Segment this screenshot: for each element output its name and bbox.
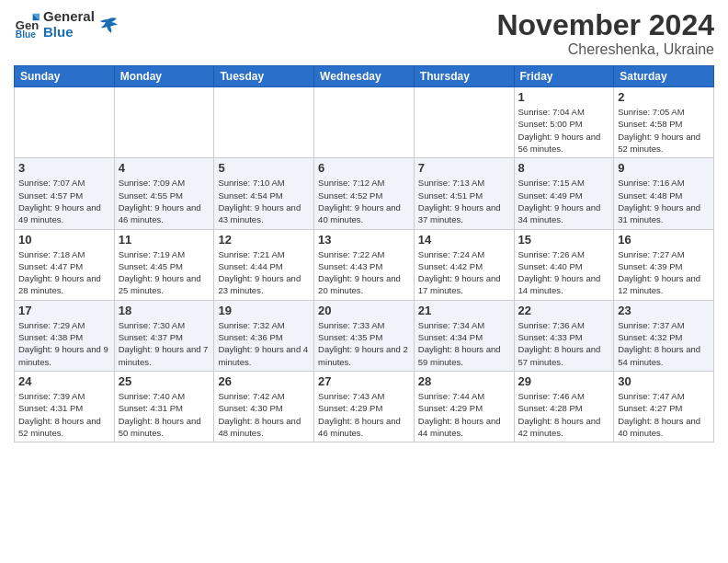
day-info: Sunrise: 7:43 AMSunset: 4:29 PMDaylight:… bbox=[318, 390, 410, 439]
header-thursday: Thursday bbox=[414, 66, 514, 87]
calendar-week-1: 1Sunrise: 7:04 AMSunset: 5:00 PMDaylight… bbox=[15, 87, 714, 158]
day-number: 22 bbox=[518, 304, 610, 317]
calendar-cell: 22Sunrise: 7:36 AMSunset: 4:33 PMDayligh… bbox=[514, 300, 614, 371]
day-number: 28 bbox=[418, 374, 510, 388]
calendar-cell: 15Sunrise: 7:26 AMSunset: 4:40 PMDayligh… bbox=[514, 229, 614, 300]
logo-blue-text: Blue bbox=[43, 25, 95, 40]
day-info: Sunrise: 7:07 AMSunset: 4:57 PMDaylight:… bbox=[18, 177, 110, 225]
day-number: 11 bbox=[119, 233, 210, 247]
day-number: 7 bbox=[418, 161, 510, 175]
day-info: Sunrise: 7:36 AMSunset: 4:33 PMDaylight:… bbox=[518, 319, 610, 368]
day-number: 3 bbox=[18, 161, 110, 175]
calendar-cell: 26Sunrise: 7:42 AMSunset: 4:30 PMDayligh… bbox=[214, 371, 314, 442]
calendar-cell: 23Sunrise: 7:37 AMSunset: 4:32 PMDayligh… bbox=[614, 300, 714, 371]
day-info: Sunrise: 7:15 AMSunset: 4:49 PMDaylight:… bbox=[518, 177, 610, 225]
day-info: Sunrise: 7:37 AMSunset: 4:32 PMDaylight:… bbox=[618, 319, 710, 368]
day-number: 18 bbox=[119, 304, 210, 317]
day-info: Sunrise: 7:42 AMSunset: 4:30 PMDaylight:… bbox=[218, 390, 310, 439]
day-number: 10 bbox=[18, 233, 110, 247]
day-number: 8 bbox=[518, 161, 610, 175]
day-info: Sunrise: 7:30 AMSunset: 4:37 PMDaylight:… bbox=[119, 319, 210, 368]
calendar-cell: 18Sunrise: 7:30 AMSunset: 4:37 PMDayligh… bbox=[114, 300, 214, 371]
day-info: Sunrise: 7:33 AMSunset: 4:35 PMDaylight:… bbox=[318, 319, 410, 368]
day-info: Sunrise: 7:39 AMSunset: 4:31 PMDaylight:… bbox=[18, 390, 110, 439]
day-number: 15 bbox=[518, 233, 610, 247]
calendar-cell: 24Sunrise: 7:39 AMSunset: 4:31 PMDayligh… bbox=[15, 371, 115, 442]
calendar-cell: 12Sunrise: 7:21 AMSunset: 4:44 PMDayligh… bbox=[214, 229, 314, 300]
calendar-cell: 30Sunrise: 7:47 AMSunset: 4:27 PMDayligh… bbox=[614, 371, 714, 442]
day-number: 30 bbox=[618, 374, 710, 388]
logo-bird-icon bbox=[98, 15, 119, 35]
day-info: Sunrise: 7:27 AMSunset: 4:39 PMDaylight:… bbox=[618, 248, 710, 297]
calendar-cell: 20Sunrise: 7:33 AMSunset: 4:35 PMDayligh… bbox=[314, 300, 415, 371]
calendar-cell: 1Sunrise: 7:04 AMSunset: 5:00 PMDaylight… bbox=[514, 87, 614, 158]
calendar-cell: 27Sunrise: 7:43 AMSunset: 4:29 PMDayligh… bbox=[314, 371, 415, 442]
calendar-cell bbox=[314, 87, 415, 158]
day-number: 12 bbox=[218, 233, 310, 247]
day-number: 25 bbox=[119, 374, 210, 388]
day-number: 20 bbox=[318, 304, 410, 317]
calendar-cell: 6Sunrise: 7:12 AMSunset: 4:52 PMDaylight… bbox=[314, 158, 415, 229]
logo-general-text: General bbox=[43, 9, 95, 25]
day-info: Sunrise: 7:10 AMSunset: 4:54 PMDaylight:… bbox=[218, 177, 310, 225]
calendar-cell: 25Sunrise: 7:40 AMSunset: 4:31 PMDayligh… bbox=[114, 371, 214, 442]
day-info: Sunrise: 7:19 AMSunset: 4:45 PMDaylight:… bbox=[119, 248, 210, 297]
day-info: Sunrise: 7:34 AMSunset: 4:34 PMDaylight:… bbox=[418, 319, 510, 368]
day-number: 9 bbox=[618, 161, 710, 175]
day-info: Sunrise: 7:18 AMSunset: 4:47 PMDaylight:… bbox=[18, 248, 110, 297]
calendar-cell: 10Sunrise: 7:18 AMSunset: 4:47 PMDayligh… bbox=[15, 229, 115, 300]
calendar-cell bbox=[414, 87, 514, 158]
calendar-cell bbox=[15, 87, 115, 158]
calendar-week-4: 17Sunrise: 7:29 AMSunset: 4:38 PMDayligh… bbox=[15, 300, 714, 371]
day-info: Sunrise: 7:22 AMSunset: 4:43 PMDaylight:… bbox=[318, 248, 410, 297]
day-number: 5 bbox=[218, 161, 310, 175]
day-info: Sunrise: 7:47 AMSunset: 4:27 PMDaylight:… bbox=[618, 390, 710, 439]
calendar-cell: 28Sunrise: 7:44 AMSunset: 4:29 PMDayligh… bbox=[414, 371, 514, 442]
calendar-cell: 11Sunrise: 7:19 AMSunset: 4:45 PMDayligh… bbox=[114, 229, 214, 300]
svg-text:Blue: Blue bbox=[16, 29, 37, 37]
calendar-week-5: 24Sunrise: 7:39 AMSunset: 4:31 PMDayligh… bbox=[15, 371, 714, 442]
day-info: Sunrise: 7:26 AMSunset: 4:40 PMDaylight:… bbox=[518, 248, 610, 297]
calendar: Sunday Monday Tuesday Wednesday Thursday… bbox=[14, 65, 714, 442]
day-info: Sunrise: 7:44 AMSunset: 4:29 PMDaylight:… bbox=[418, 390, 510, 439]
day-info: Sunrise: 7:16 AMSunset: 4:48 PMDaylight:… bbox=[618, 177, 710, 225]
header-sunday: Sunday bbox=[15, 66, 115, 87]
day-number: 6 bbox=[318, 161, 410, 175]
calendar-cell bbox=[114, 87, 214, 158]
day-info: Sunrise: 7:09 AMSunset: 4:55 PMDaylight:… bbox=[119, 177, 210, 225]
day-number: 27 bbox=[318, 374, 410, 388]
day-number: 14 bbox=[418, 233, 510, 247]
day-info: Sunrise: 7:29 AMSunset: 4:38 PMDaylight:… bbox=[18, 319, 110, 368]
day-info: Sunrise: 7:40 AMSunset: 4:31 PMDaylight:… bbox=[119, 390, 210, 439]
calendar-cell: 2Sunrise: 7:05 AMSunset: 4:58 PMDaylight… bbox=[614, 87, 714, 158]
day-number: 26 bbox=[218, 374, 310, 388]
day-info: Sunrise: 7:46 AMSunset: 4:28 PMDaylight:… bbox=[518, 390, 610, 439]
day-info: Sunrise: 7:04 AMSunset: 5:00 PMDaylight:… bbox=[518, 106, 610, 155]
title-area: November 2024 Chereshenka, Ukraine bbox=[496, 9, 714, 58]
day-info: Sunrise: 7:24 AMSunset: 4:42 PMDaylight:… bbox=[418, 248, 510, 297]
calendar-cell: 16Sunrise: 7:27 AMSunset: 4:39 PMDayligh… bbox=[614, 229, 714, 300]
calendar-cell: 14Sunrise: 7:24 AMSunset: 4:42 PMDayligh… bbox=[414, 229, 514, 300]
calendar-cell: 8Sunrise: 7:15 AMSunset: 4:49 PMDaylight… bbox=[514, 158, 614, 229]
header-wednesday: Wednesday bbox=[314, 66, 415, 87]
day-number: 19 bbox=[218, 304, 310, 317]
day-number: 29 bbox=[518, 374, 610, 388]
calendar-cell: 17Sunrise: 7:29 AMSunset: 4:38 PMDayligh… bbox=[15, 300, 115, 371]
calendar-header-row: Sunday Monday Tuesday Wednesday Thursday… bbox=[15, 66, 714, 87]
calendar-cell: 4Sunrise: 7:09 AMSunset: 4:55 PMDaylight… bbox=[114, 158, 214, 229]
day-info: Sunrise: 7:21 AMSunset: 4:44 PMDaylight:… bbox=[218, 248, 310, 297]
day-info: Sunrise: 7:05 AMSunset: 4:58 PMDaylight:… bbox=[618, 106, 710, 155]
day-number: 16 bbox=[618, 233, 710, 247]
calendar-cell: 3Sunrise: 7:07 AMSunset: 4:57 PMDaylight… bbox=[15, 158, 115, 229]
calendar-cell: 19Sunrise: 7:32 AMSunset: 4:36 PMDayligh… bbox=[214, 300, 314, 371]
day-info: Sunrise: 7:13 AMSunset: 4:51 PMDaylight:… bbox=[418, 177, 510, 225]
calendar-cell: 7Sunrise: 7:13 AMSunset: 4:51 PMDaylight… bbox=[414, 158, 514, 229]
header-tuesday: Tuesday bbox=[214, 66, 314, 87]
calendar-cell: 13Sunrise: 7:22 AMSunset: 4:43 PMDayligh… bbox=[314, 229, 415, 300]
day-info: Sunrise: 7:12 AMSunset: 4:52 PMDaylight:… bbox=[318, 177, 410, 225]
calendar-cell: 21Sunrise: 7:34 AMSunset: 4:34 PMDayligh… bbox=[414, 300, 514, 371]
logo-icon: General Blue bbox=[14, 12, 40, 38]
day-number: 21 bbox=[418, 304, 510, 317]
calendar-cell: 29Sunrise: 7:46 AMSunset: 4:28 PMDayligh… bbox=[514, 371, 614, 442]
day-number: 13 bbox=[318, 233, 410, 247]
